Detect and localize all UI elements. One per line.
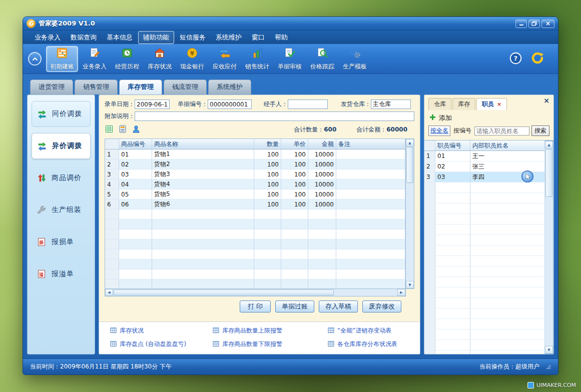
cell-amount[interactable]: 10000: [308, 150, 336, 159]
empty-row[interactable]: [424, 266, 545, 277]
resize-grip[interactable]: [545, 364, 551, 370]
empty-row[interactable]: [424, 350, 545, 354]
cell-qty[interactable]: 100: [254, 170, 281, 179]
empty-row[interactable]: [105, 280, 405, 289]
table-row[interactable]: 101王一: [424, 151, 545, 162]
cell-staff-name[interactable]: 王一: [470, 151, 545, 161]
panel-close-icon[interactable]: ×: [543, 97, 549, 104]
empty-row[interactable]: [424, 193, 545, 204]
tab-system[interactable]: 系统维护: [208, 80, 251, 94]
toolbar-button-init-account[interactable]: 初期建账: [46, 46, 78, 72]
memo-input[interactable]: [135, 112, 414, 121]
link-allround-change-report[interactable]: “全能”进销存变动表: [328, 326, 413, 335]
search-button[interactable]: 搜索: [531, 126, 549, 136]
cell-qty[interactable]: 100: [254, 150, 281, 159]
link-qty-upper-alert[interactable]: 库存商品数量上限报警: [213, 326, 328, 335]
sidebar-item-production-assembly[interactable]: 生产组装: [32, 197, 91, 223]
sidebar-item-price-adjust[interactable]: 商品调价: [32, 165, 91, 191]
empty-row[interactable]: [424, 246, 545, 256]
toolbar-button-price-tracking[interactable]: 价格跟踪: [306, 46, 338, 72]
empty-row[interactable]: [105, 250, 405, 260]
empty-row[interactable]: [424, 308, 545, 319]
cell-name[interactable]: 货物1: [152, 150, 254, 159]
toolbar-button-cash-bank[interactable]: ¥ 现金银行: [176, 46, 208, 72]
cell-price[interactable]: 100: [281, 200, 308, 209]
table-row[interactable]: 505货物510010010000: [105, 190, 405, 200]
handler-input[interactable]: [288, 100, 328, 109]
cell-name[interactable]: 货物5: [152, 190, 254, 199]
cell-amount[interactable]: 10000: [308, 180, 336, 189]
scroll-up-icon[interactable]: ▲: [406, 139, 414, 146]
empty-row[interactable]: [424, 256, 545, 266]
tab-sales[interactable]: 销售管理: [75, 80, 118, 94]
empty-row[interactable]: [424, 204, 545, 214]
link-inventory-status[interactable]: 库存状况: [110, 326, 213, 335]
cell-name[interactable]: 货物2: [152, 160, 254, 169]
tab-inventory[interactable]: 库存管理: [119, 80, 162, 94]
grid-icon[interactable]: [105, 124, 114, 135]
table-row[interactable]: 606货物610010010000: [105, 200, 405, 210]
scrollbar-thumb[interactable]: [545, 149, 552, 197]
cell-staff-code[interactable]: 02: [435, 162, 470, 172]
cell-code[interactable]: 01: [119, 150, 152, 159]
scroll-down-icon[interactable]: ▼: [406, 281, 414, 288]
table-row[interactable]: 202货物210010010000: [105, 160, 405, 170]
cell-note[interactable]: [336, 200, 405, 209]
empty-row[interactable]: [424, 298, 545, 308]
table-row[interactable]: 303货物310010010000: [105, 170, 405, 180]
staff-search-input[interactable]: [474, 126, 529, 136]
toolbar-button-business-history[interactable]: 经营历程: [111, 46, 143, 72]
panel-tab-staff[interactable]: 职员×: [476, 98, 507, 110]
post-voucher-button[interactable]: 单据过账: [275, 300, 314, 312]
cell-qty[interactable]: 100: [254, 200, 281, 209]
date-input[interactable]: [135, 100, 170, 109]
table-row-selected[interactable]: 303李四: [424, 172, 545, 182]
discard-changes-button[interactable]: 废弃修改: [362, 300, 401, 312]
cell-name[interactable]: 货物6: [152, 200, 254, 209]
cell-code[interactable]: 06: [119, 200, 152, 209]
link-stocktake[interactable]: 库存盘点 (自动盘盈盘亏): [110, 340, 213, 348]
menu-item-auxiliary[interactable]: 辅助功能: [138, 31, 174, 44]
toolbar-button-production-template[interactable]: 生产模板: [339, 46, 371, 72]
person-icon[interactable]: [132, 124, 141, 135]
print-button[interactable]: 打 印: [240, 300, 271, 312]
cell-staff-code[interactable]: 01: [435, 151, 470, 161]
collapse-toolbar-button[interactable]: [28, 52, 42, 66]
cell-amount[interactable]: 10000: [308, 190, 336, 199]
link-warehouse-distribution[interactable]: 各仓库库存分布状况表: [328, 340, 413, 348]
menu-item-basic-info[interactable]: 基本信息: [102, 32, 137, 44]
cell-name[interactable]: 货物3: [152, 170, 254, 179]
filter-by-code-button[interactable]: 按编号: [452, 126, 472, 136]
cell-name[interactable]: 货物4: [152, 180, 254, 189]
cell-note[interactable]: [336, 170, 405, 179]
cell-note[interactable]: [336, 190, 405, 199]
scrollbar-thumb[interactable]: [114, 290, 334, 296]
empty-row[interactable]: [424, 340, 545, 350]
cell-amount[interactable]: 10000: [308, 200, 336, 209]
help-icon[interactable]: ?: [509, 52, 522, 66]
panel-vertical-scrollbar[interactable]: ▲ ▼: [545, 140, 553, 354]
title-bar[interactable]: G 管家婆2009 V1.0 ×: [23, 17, 558, 30]
vertical-scrollbar[interactable]: ▲ ▼: [406, 138, 414, 289]
cell-note[interactable]: [336, 180, 405, 189]
sidebar-item-overflow-report[interactable]: 溢 报溢单: [32, 261, 91, 287]
empty-row[interactable]: [424, 224, 545, 235]
panel-tab-warehouse[interactable]: 仓库: [428, 98, 451, 110]
empty-row[interactable]: [424, 288, 545, 298]
menu-item-system-maintain[interactable]: 系统维护: [211, 32, 246, 44]
toolbar-button-sales-stats[interactable]: 销售统计: [241, 46, 273, 72]
scroll-left-icon[interactable]: ◀: [105, 289, 113, 296]
cell-qty[interactable]: 100: [254, 190, 281, 199]
tab-cashflow[interactable]: 钱流管理: [164, 80, 207, 94]
calculator-icon[interactable]: [118, 124, 127, 135]
table-row[interactable]: 404货物410010010000: [105, 180, 405, 190]
toolbar-button-voucher-audit[interactable]: 单据审核: [274, 46, 306, 72]
warehouse-input[interactable]: [371, 100, 411, 109]
menu-item-data-query[interactable]: 数据查询: [66, 32, 101, 44]
empty-row[interactable]: [424, 330, 545, 340]
tab-purchase[interactable]: 进货管理: [30, 80, 73, 94]
cell-price[interactable]: 100: [281, 150, 308, 159]
link-qty-lower-alert[interactable]: 库存商品数量下限报警: [213, 340, 328, 348]
scroll-right-icon[interactable]: ▶: [397, 289, 405, 296]
empty-row[interactable]: [424, 235, 545, 246]
